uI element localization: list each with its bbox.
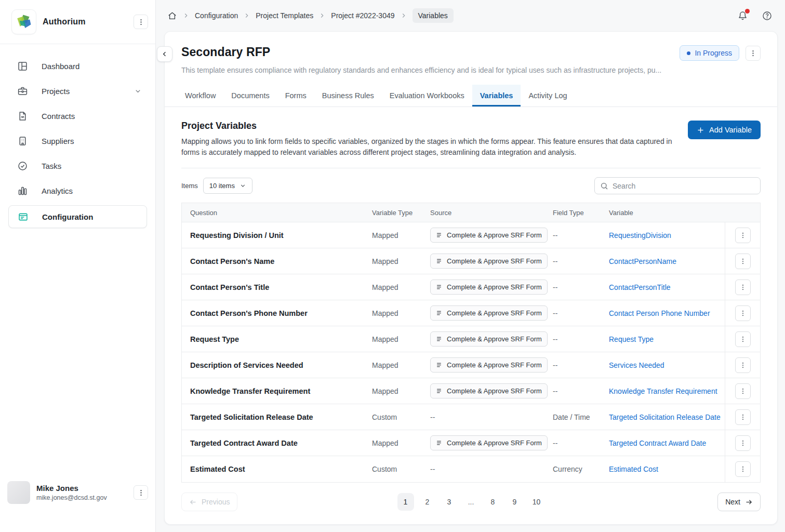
sidebar-item-tasks[interactable]: Tasks	[0, 153, 155, 178]
column-header-variable-type: Variable Type	[364, 209, 422, 217]
variable-link[interactable]: Contact Person Phone Number	[609, 309, 710, 317]
row-kebab-menu[interactable]	[735, 228, 751, 243]
variable-cell: Targeted Contract Award Date	[601, 438, 725, 448]
status-label: In Progress	[695, 49, 732, 57]
row-kebab-menu[interactable]	[735, 435, 751, 451]
variable-type-cell: Custom	[364, 413, 422, 421]
tab-business-rules[interactable]: Business Rules	[314, 85, 382, 107]
sidebar-item-dashboard[interactable]: Dashboard	[0, 54, 155, 78]
sidebar-item-label: Suppliers	[42, 137, 74, 145]
variable-link[interactable]: Knowledge Transfer Requirement	[609, 387, 717, 395]
source-form-chip: Complete & Approve SRF Form	[430, 383, 548, 398]
search-input[interactable]	[613, 182, 755, 190]
tab-documents[interactable]: Documents	[223, 85, 277, 107]
row-kebab-menu[interactable]	[735, 254, 751, 269]
sidebar-kebab-menu[interactable]	[134, 15, 148, 29]
tab-workflow[interactable]: Workflow	[177, 85, 223, 107]
form-lines-icon	[436, 362, 443, 368]
field-type-cell: Currency	[544, 465, 601, 473]
breadcrumb-separator-icon	[318, 12, 326, 19]
variable-link[interactable]: Targeted Solicitation Release Date	[609, 413, 721, 421]
breadcrumb-project-number[interactable]: Project #2022-3049	[331, 11, 394, 20]
section-description: Mapping allows you to link form fields t…	[181, 136, 688, 157]
table-row: Contact Person's Phone Number Mapped Com…	[182, 300, 760, 326]
table-header-row: Question Variable Type Source Field Type…	[182, 203, 760, 222]
question-cell: Contact Person's Name	[182, 257, 364, 265]
variable-link[interactable]: ContactPersonName	[609, 257, 676, 265]
table-row: Knowledge Transfer Requirement Mapped Co…	[182, 378, 760, 404]
row-kebab-menu[interactable]	[735, 409, 751, 425]
sidebar-item-configuration[interactable]: Configuration	[8, 205, 147, 228]
items-per-page-dropdown[interactable]: 10 items	[203, 178, 252, 194]
pagination-page-1[interactable]: 1	[397, 493, 414, 511]
help-icon[interactable]	[762, 10, 773, 21]
sidebar-item-analytics[interactable]: Analytics	[0, 178, 155, 203]
variable-type-cell: Mapped	[364, 309, 422, 317]
source-cell: Complete & Approve SRF Form	[422, 305, 544, 321]
variable-link[interactable]: ContactPersonTitle	[609, 283, 671, 291]
notifications-bell-icon[interactable]	[737, 10, 748, 21]
form-lines-icon	[436, 310, 443, 316]
tab-activity-log[interactable]: Activity Log	[521, 85, 575, 107]
add-variable-button[interactable]: Add Variable	[688, 121, 761, 139]
source-cell: Complete & Approve SRF Form	[422, 383, 544, 398]
pagination-page-2[interactable]: 2	[419, 493, 436, 511]
sidebar-item-label: Dashboard	[42, 62, 79, 71]
variable-link[interactable]: Estimated Cost	[609, 465, 658, 473]
row-kebab-menu[interactable]	[735, 331, 751, 347]
home-icon[interactable]	[167, 11, 177, 21]
check-circle-icon	[17, 161, 28, 171]
row-kebab-menu[interactable]	[735, 383, 751, 399]
tab-evaluation-workbooks[interactable]: Evaluation Workbooks	[382, 85, 472, 107]
breadcrumb-project-templates[interactable]: Project Templates	[256, 11, 313, 20]
configuration-icon	[17, 211, 29, 222]
variable-link[interactable]: RequestingDivision	[609, 231, 671, 240]
tab-variables[interactable]: Variables	[472, 85, 521, 107]
source-cell: --	[422, 464, 544, 474]
chevron-down-icon	[134, 87, 142, 95]
form-lines-icon	[436, 388, 443, 394]
breadcrumb-separator-icon	[182, 12, 190, 19]
status-badge[interactable]: In Progress	[680, 45, 739, 61]
pagination-page-3[interactable]: 3	[441, 493, 458, 511]
row-kebab-menu[interactable]	[735, 357, 751, 373]
row-actions	[725, 456, 760, 482]
variable-type-cell: Mapped	[364, 361, 422, 369]
table-row: Targeted Contract Award Date Mapped Comp…	[182, 430, 760, 456]
table-row: Estimated Cost Custom -- Currency Estima…	[182, 456, 760, 482]
source-cell: Complete & Approve SRF Form	[422, 331, 544, 347]
briefcase-icon	[17, 86, 28, 97]
next-page-button[interactable]: Next	[717, 493, 761, 511]
items-label: Items	[181, 182, 198, 190]
table-row: Request Type Mapped Complete & Approve S…	[182, 326, 760, 352]
variables-table: Question Variable Type Source Field Type…	[181, 203, 761, 483]
source-cell: --	[422, 413, 544, 422]
pagination-page-9[interactable]: 9	[507, 493, 523, 511]
tab-forms[interactable]: Forms	[277, 85, 314, 107]
sidebar: Authorium Dashboard Projects Contracts	[0, 0, 156, 532]
user-email: mike.jones@dcsd.st.gov	[36, 494, 107, 501]
row-kebab-menu[interactable]	[735, 280, 751, 295]
variable-link[interactable]: Targeted Contract Award Date	[609, 439, 706, 447]
page-title: Secondary RFP	[181, 45, 270, 59]
template-description: This template ensures compliance with re…	[181, 66, 753, 74]
main-area: Configuration Project Templates Project …	[156, 0, 785, 532]
table-row: Contact Person's Name Mapped Complete & …	[182, 248, 760, 274]
sidebar-item-contracts[interactable]: Contracts	[0, 103, 155, 128]
variable-link[interactable]: Request Type	[609, 335, 654, 343]
template-kebab-menu[interactable]	[746, 46, 761, 61]
pagination-page-10[interactable]: 10	[528, 493, 545, 511]
pagination-page-8[interactable]: 8	[485, 493, 501, 511]
sidebar-item-projects[interactable]: Projects	[0, 78, 155, 103]
variable-cell: Targeted Solicitation Release Date	[601, 413, 725, 422]
previous-page-button[interactable]: Previous	[181, 493, 237, 511]
user-kebab-menu[interactable]	[134, 485, 148, 500]
question-cell: Estimated Cost	[182, 465, 364, 473]
building-icon	[17, 136, 28, 147]
breadcrumb-configuration[interactable]: Configuration	[195, 11, 238, 20]
row-kebab-menu[interactable]	[735, 305, 751, 321]
row-kebab-menu[interactable]	[735, 461, 751, 477]
variable-link[interactable]: Services Needed	[609, 361, 664, 369]
sidebar-item-suppliers[interactable]: Suppliers	[0, 128, 155, 153]
back-button[interactable]	[157, 46, 172, 62]
